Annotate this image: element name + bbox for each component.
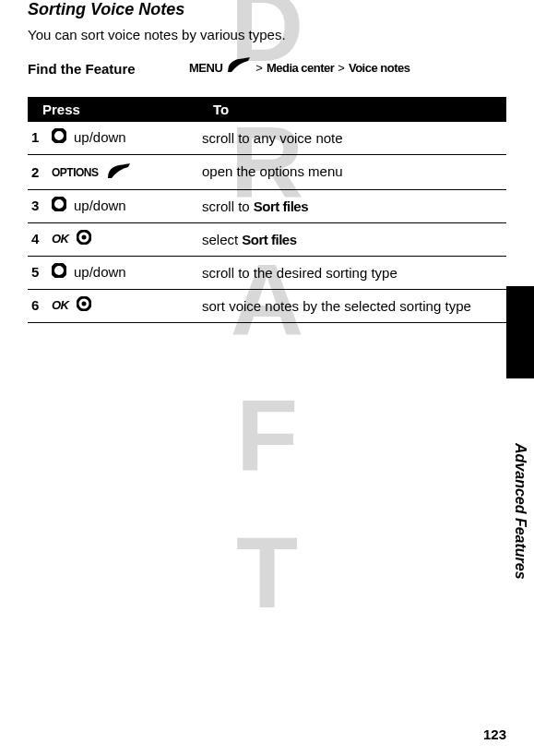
menu-label: MENU (189, 57, 222, 78)
instructions-table: Press To 1 up/down scroll to any voice n… (28, 97, 506, 323)
section-title: Sorting Voice Notes (28, 0, 506, 19)
ok-label: OK (52, 232, 69, 246)
media-center-label: Media center (267, 57, 334, 78)
nav-key-icon (52, 128, 66, 146)
to-cell: sort voice notes by the selected sorting… (198, 290, 506, 322)
side-label: Advanced Features (512, 443, 528, 580)
path-sep: > (255, 57, 263, 78)
table-row: 4 OK select Sort files (28, 223, 506, 257)
header-press: Press (28, 97, 198, 122)
options-label: OPTIONS (52, 166, 99, 179)
step-number: 5 (31, 264, 44, 280)
to-bold: Sort files (254, 198, 308, 214)
to-cell: select Sort files (198, 223, 506, 256)
table-row: 5 up/down scroll to the desired sorting … (28, 257, 506, 290)
path-sep: > (338, 57, 345, 78)
nav-key-icon (52, 263, 66, 281)
to-cell: scroll to the desired sorting type (198, 257, 506, 289)
table-row: 2 OPTIONS open the options menu (28, 155, 506, 190)
press-cell: 3 up/down (28, 190, 198, 221)
to-cell: scroll to any voice note (198, 122, 506, 154)
center-key-icon (77, 296, 91, 314)
step-number: 4 (31, 231, 44, 246)
header-to: To (198, 97, 506, 122)
svg-point-6 (53, 264, 65, 277)
press-cell: 4 OK (28, 223, 198, 254)
to-prefix: select (202, 232, 242, 247)
softkey-icon (226, 55, 252, 80)
table-header: Press To (28, 97, 506, 122)
ok-label: OK (52, 298, 69, 312)
step-number: 6 (31, 297, 44, 313)
action-text: up/down (74, 198, 126, 213)
press-cell: 5 up/down (28, 257, 198, 287)
to-cell: open the options menu (198, 155, 506, 187)
find-feature-row: Find the Feature MENU > Media center> Vo… (28, 55, 506, 80)
voice-notes-label: Voice notes (349, 57, 410, 78)
svg-point-5 (81, 235, 86, 240)
page-content: Sorting Voice Notes You can sort voice n… (0, 0, 534, 323)
table-row: 1 up/down scroll to any voice note (28, 122, 506, 155)
press-cell: 6 OK (28, 290, 198, 320)
softkey-icon (106, 162, 132, 183)
svg-point-2 (109, 174, 113, 177)
step-number: 2 (31, 164, 44, 180)
press-cell: 1 up/down (28, 122, 198, 152)
action-text: up/down (74, 129, 126, 145)
press-cell: 2 OPTIONS (28, 155, 198, 189)
feature-path: MENU > Media center> Voice notes (189, 55, 409, 80)
action-text: up/down (74, 264, 126, 280)
table-row: 3 up/down scroll to Sort files (28, 190, 506, 223)
center-key-icon (77, 230, 91, 247)
table-row: 6 OK sort voice notes by the selected so… (28, 290, 506, 323)
to-cell: scroll to Sort files (198, 190, 506, 222)
svg-point-1 (53, 129, 65, 142)
to-bold: Sort files (242, 232, 296, 247)
svg-point-3 (53, 198, 65, 210)
step-number: 1 (31, 129, 44, 145)
step-number: 3 (31, 198, 44, 213)
to-prefix: scroll to (202, 198, 254, 214)
nav-key-icon (52, 197, 66, 214)
find-feature-label: Find the Feature (28, 55, 189, 77)
page-number: 123 (483, 726, 506, 742)
svg-point-8 (81, 302, 86, 306)
intro-text: You can sort voice notes by various type… (28, 27, 506, 42)
svg-point-0 (229, 67, 232, 71)
